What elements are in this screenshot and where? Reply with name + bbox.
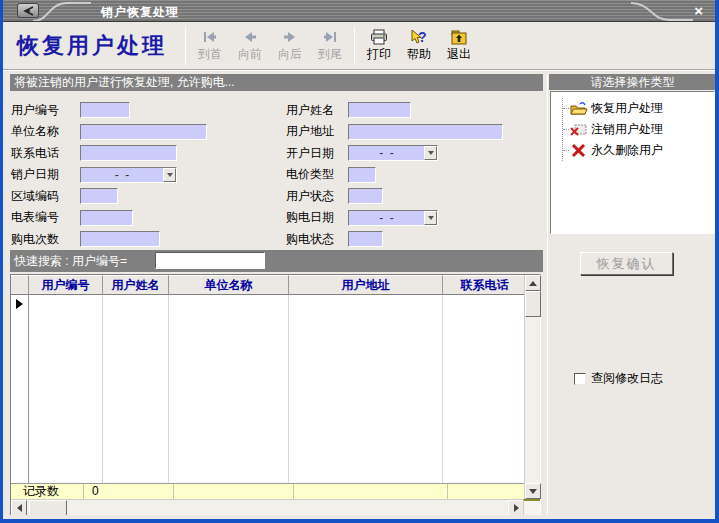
quick-search-input[interactable] (155, 252, 265, 269)
operation-tree: 恢复用户处理 注销用户处理 永久删除用户 (550, 91, 715, 234)
user-address-input[interactable] (348, 124, 503, 140)
horizontal-scroll-thumb[interactable] (29, 500, 67, 516)
quick-search-label: 快速搜索 : 用户编号= (14, 253, 127, 270)
row-selector-header (11, 275, 29, 295)
users-grid: 用户编号 用户姓名 单位名称 用户地址 联系电话 记录数 0 (10, 274, 541, 516)
contact-phone-input[interactable] (80, 145, 177, 161)
checkbox-icon[interactable] (574, 373, 586, 385)
column-header-user-id: 用户编号 (29, 275, 103, 295)
tree-item-label: 注销用户处理 (591, 121, 663, 138)
purchase-date-combo[interactable]: - - (348, 210, 438, 226)
toolbar: 恢复用户处理 到首 向前 向后 到尾 (3, 22, 715, 71)
scroll-left-icon[interactable] (11, 500, 27, 516)
operation-panel-header: 请选择操作类型 (549, 74, 716, 90)
column-header-unit-name: 单位名称 (169, 275, 289, 295)
meter-id-label: 电表编号 (10, 209, 80, 226)
tree-guides: 恢复用户处理 注销用户处理 永久删除用户 (562, 98, 712, 161)
purchase-date-value: - - (349, 211, 424, 225)
app-window: 销户恢复处理 × 恢复用户处理 到首 向前 向后 到尾 (0, 0, 719, 523)
open-date-combo[interactable]: - - (348, 145, 438, 161)
restore-confirm-button[interactable]: 恢复确认 (580, 252, 673, 275)
toolbar-separator (354, 27, 355, 65)
tree-item-label: 永久删除用户 (591, 142, 663, 159)
view-log-checkbox-row[interactable]: 查阅修改日志 (574, 370, 663, 387)
grid-footer-row: 记录数 0 (11, 483, 526, 499)
user-status-input[interactable] (348, 188, 383, 204)
toolbar-separator (185, 27, 186, 65)
purchase-count-label: 购电次数 (10, 231, 80, 248)
chevron-down-icon[interactable] (424, 211, 437, 225)
unit-name-label: 单位名称 (10, 123, 80, 140)
scroll-right-icon[interactable] (508, 500, 524, 516)
purchase-count-input[interactable] (80, 231, 160, 247)
vertical-scrollbar[interactable] (524, 275, 540, 499)
print-button[interactable]: 打印 (360, 25, 398, 67)
grid-body (11, 295, 526, 483)
purchase-status-input[interactable] (348, 231, 383, 247)
user-id-input[interactable] (80, 102, 130, 118)
scroll-down-icon[interactable] (525, 483, 541, 499)
recovery-form: 用户编号 单位名称 联系电话 销户日期 - - 区域编码 电表编号 购电次数 用… (10, 93, 543, 248)
nav-next-button[interactable]: 向后 (271, 25, 309, 67)
app-icon (17, 3, 39, 18)
help-button[interactable]: ? 帮助 (400, 25, 438, 67)
horizontal-scrollbar[interactable] (11, 499, 524, 515)
user-name-label: 用户姓名 (286, 102, 348, 119)
tree-item-restore-user[interactable]: 恢复用户处理 (563, 98, 712, 119)
column-header-contact-phone: 联系电话 (443, 275, 526, 295)
help-cursor-icon: ? (410, 29, 428, 45)
record-count-label: 记录数 (11, 484, 84, 499)
nav-prev-button[interactable]: 向前 (231, 25, 269, 67)
view-log-checkbox-label: 查阅修改日志 (591, 370, 663, 387)
grid-column-contact-phone (443, 295, 526, 483)
user-name-input[interactable] (348, 102, 411, 118)
chevron-down-icon[interactable] (163, 168, 176, 182)
footer-cell (448, 484, 526, 499)
unit-name-input[interactable] (80, 124, 207, 140)
nav-last-label: 到尾 (318, 46, 342, 63)
exit-label: 退出 (447, 46, 471, 63)
meter-id-input[interactable] (80, 210, 133, 226)
exit-folder-icon (450, 29, 468, 45)
column-header-user-name: 用户姓名 (103, 275, 169, 295)
footer-cell (174, 484, 294, 499)
nav-first-button[interactable]: 到首 (191, 25, 229, 67)
chevron-down-icon[interactable] (424, 146, 437, 160)
form-right-column: 用户姓名 用户地址 开户日期 - - 电价类型 用户状态 购电日期 - - 购电… (286, 102, 503, 247)
close-date-value: - - (81, 168, 163, 182)
tree-item-cancel-user[interactable]: 注销用户处理 (563, 119, 712, 140)
help-label: 帮助 (407, 46, 431, 63)
info-bar: 将被注销的用户进行恢复处理, 允许购电... (10, 74, 543, 91)
window-title: 销户恢复处理 (101, 4, 179, 21)
area-code-label: 区域编码 (10, 188, 80, 205)
titlebar: 销户恢复处理 × (3, 0, 715, 22)
purchase-date-label: 购电日期 (286, 209, 348, 226)
nav-last-button[interactable]: 到尾 (311, 25, 349, 67)
arrow-next-icon (282, 29, 298, 45)
printer-icon (370, 29, 388, 45)
price-type-input[interactable] (348, 167, 376, 183)
current-row-marker-icon (16, 299, 23, 309)
tree-item-delete-user[interactable]: 永久删除用户 (563, 140, 712, 161)
arrow-prev-icon (242, 29, 258, 45)
exit-button[interactable]: 退出 (440, 25, 478, 67)
scroll-up-icon[interactable] (525, 275, 541, 291)
arrow-last-icon (322, 29, 338, 45)
open-date-label: 开户日期 (286, 145, 348, 162)
user-status-label: 用户状态 (286, 188, 348, 205)
nav-first-label: 到首 (198, 46, 222, 63)
arrow-first-icon (202, 29, 218, 45)
bottom-strip (3, 515, 715, 519)
close-date-combo[interactable]: - - (80, 167, 177, 183)
delete-x-icon (569, 143, 589, 159)
close-icon[interactable]: × (694, 2, 703, 19)
open-folder-icon (569, 101, 589, 117)
close-date-label: 销户日期 (10, 166, 80, 183)
vertical-scroll-thumb[interactable] (525, 291, 541, 317)
area-code-input[interactable] (80, 188, 118, 204)
operation-panel: 请选择操作类型 恢复用户处理 注销用 (547, 74, 717, 516)
user-id-label: 用户编号 (10, 102, 80, 119)
contact-phone-label: 联系电话 (10, 145, 80, 162)
record-count-value: 0 (84, 484, 174, 499)
user-address-label: 用户地址 (286, 123, 348, 140)
